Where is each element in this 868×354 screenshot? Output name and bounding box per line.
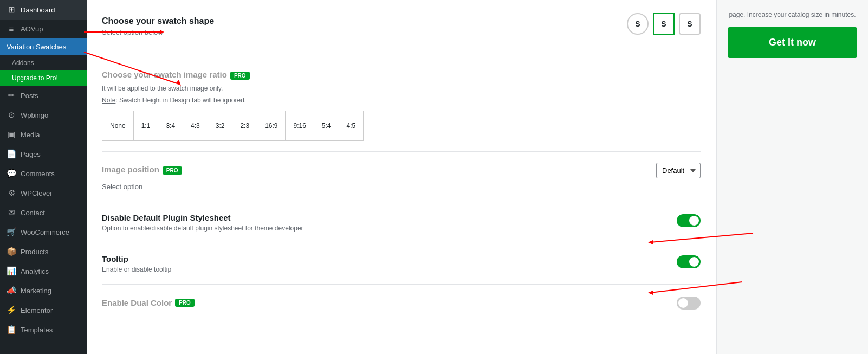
image-position-title: Image position — [102, 165, 159, 174]
settings-panel: Choose your swatch shape Select option b… — [87, 0, 716, 354]
enable-dual-color-title: Enable Dual Color — [102, 298, 172, 307]
sidebar-item-media[interactable]: ▣ Media — [0, 125, 87, 144]
swatch-ratio-title: Choose your swatch image ratio — [102, 70, 227, 79]
comments-icon: 💬 — [7, 169, 16, 178]
ratio-2-3-btn[interactable]: 2:3 — [232, 111, 257, 141]
marketing-icon: 📣 — [7, 286, 16, 295]
swatch-ratio-pro-badge: Pro — [230, 72, 250, 80]
ratio-5-4-btn[interactable]: 5:4 — [314, 111, 339, 141]
sidebar-item-addons[interactable]: Addons — [0, 55, 87, 70]
sidebar-item-variation-swatches[interactable]: Variation Swatches — [0, 38, 87, 55]
sidebar: ⊞ Dashboard ≡ AOVup Variation Swatches A… — [0, 0, 87, 354]
templates-icon: 📋 — [7, 325, 16, 334]
elementor-icon: ⚡ — [7, 305, 16, 315]
sidebar-item-pages[interactable]: 📄 Pages — [0, 144, 87, 164]
ratio-4-3-btn[interactable]: 4:3 — [183, 111, 208, 141]
disable-stylesheet-toggle[interactable] — [677, 214, 701, 227]
promo-text: page. Increase your catalog size in minu… — [729, 11, 856, 18]
ratio-3-4-btn[interactable]: 3:4 — [158, 111, 183, 141]
sidebar-item-aovup[interactable]: ≡ AOVup — [0, 20, 87, 38]
get-now-button[interactable]: Get It now — [728, 27, 857, 58]
divider-3 — [102, 202, 701, 202]
enable-dual-color-pro-badge: Pro — [175, 299, 195, 307]
sidebar-item-dashboard[interactable]: ⊞ Dashboard — [0, 0, 87, 20]
disable-stylesheet-row: Disable Default Plugin Stylesheet Option… — [102, 213, 701, 232]
divider-2 — [102, 151, 701, 152]
enable-dual-color-slider — [677, 297, 701, 310]
contact-icon: ✉ — [7, 208, 16, 217]
swatch-ratio-note: It will be applied to the swatch image o… — [102, 85, 701, 92]
swatch-shape-section: Choose your swatch shape Select option b… — [102, 13, 701, 48]
disable-stylesheet-slider — [677, 214, 701, 227]
ratio-none-btn[interactable]: None — [102, 111, 134, 141]
sidebar-item-posts[interactable]: ✏ Posts — [0, 86, 87, 105]
sidebar-item-elementor[interactable]: ⚡ Elementor — [0, 300, 87, 320]
aovup-icon: ≡ — [7, 24, 16, 34]
ratio-1-1-btn[interactable]: 1:1 — [133, 111, 159, 141]
image-position-subtitle: Select option — [102, 183, 701, 191]
ratio-3-2-btn[interactable]: 3:2 — [208, 111, 233, 141]
swatch-shape-title: Choose your swatch shape — [102, 16, 214, 26]
sidebar-item-marketing[interactable]: 📣 Marketing — [0, 281, 87, 300]
tooltip-toggle[interactable] — [677, 255, 701, 268]
media-icon: ▣ — [7, 130, 16, 139]
ratio-4-5-btn[interactable]: 4:5 — [339, 111, 364, 141]
sidebar-item-products[interactable]: 📦 Products — [0, 242, 87, 261]
divider-5 — [102, 284, 701, 285]
sidebar-item-woocommerce[interactable]: 🛒 WooCommerce — [0, 222, 87, 242]
disable-stylesheet-desc: Option to enable/disable default plugin … — [102, 224, 666, 232]
image-position-section: Image position Pro Default Select option — [102, 163, 701, 191]
sidebar-item-wpclever[interactable]: ⚙ WPClever — [0, 183, 87, 203]
ratio-16-9-btn[interactable]: 16:9 — [257, 111, 286, 141]
tooltip-title: Tooltip — [102, 254, 666, 263]
pages-icon: 📄 — [7, 149, 16, 159]
image-position-select[interactable]: Default — [656, 163, 701, 178]
analytics-icon: 📊 — [7, 266, 16, 276]
sidebar-item-wpbingo[interactable]: ⊙ Wpbingo — [0, 105, 87, 125]
sidebar-item-analytics[interactable]: 📊 Analytics — [0, 261, 87, 281]
tooltip-section: Tooltip Enable or disable tooltip — [102, 254, 701, 273]
tooltip-row: Tooltip Enable or disable tooltip — [102, 254, 701, 273]
sidebar-item-upgrade[interactable]: Upgrade to Pro! — [0, 70, 87, 86]
swatch-circle-btn[interactable]: S — [627, 13, 649, 35]
divider-4 — [102, 243, 701, 243]
swatch-shape-buttons: S S S — [627, 13, 701, 35]
swatch-shape-subtitle: Select option below — [102, 28, 214, 36]
image-position-pro-badge: Pro — [163, 166, 182, 175]
dashboard-icon: ⊞ — [7, 5, 16, 15]
ratio-9-16-btn[interactable]: 9:16 — [285, 111, 314, 141]
disable-stylesheet-title: Disable Default Plugin Stylesheet — [102, 213, 666, 222]
divider-1 — [102, 59, 701, 59]
enable-dual-color-toggle[interactable] — [677, 297, 701, 310]
disable-stylesheet-labels: Disable Default Plugin Stylesheet Option… — [102, 213, 666, 232]
swatch-rounded-btn[interactable]: S — [679, 13, 701, 35]
sidebar-item-contact[interactable]: ✉ Contact — [0, 203, 87, 222]
promo-panel: page. Increase your catalog size in minu… — [716, 0, 868, 354]
swatch-image-ratio-section: Choose your swatch image ratio Pro It wi… — [102, 70, 701, 140]
main-content: Choose your swatch shape Select option b… — [87, 0, 868, 354]
wpclever-icon: ⚙ — [7, 188, 16, 198]
ratio-buttons-group: None 1:1 3:4 4:3 3:2 2:3 16:9 9:16 5:4 4… — [102, 111, 701, 140]
tooltip-desc: Enable or disable tooltip — [102, 266, 666, 273]
sidebar-item-comments[interactable]: 💬 Comments — [0, 164, 87, 183]
tooltip-slider — [677, 255, 701, 268]
swatch-square-btn[interactable]: S — [653, 13, 675, 35]
sidebar-item-templates[interactable]: 📋 Templates — [0, 320, 87, 339]
disable-stylesheet-section: Disable Default Plugin Stylesheet Option… — [102, 213, 701, 232]
wpbingo-icon: ⊙ — [7, 110, 16, 120]
tooltip-labels: Tooltip Enable or disable tooltip — [102, 254, 666, 273]
posts-icon: ✏ — [7, 91, 16, 100]
products-icon: 📦 — [7, 247, 16, 256]
woocommerce-icon: 🛒 — [7, 227, 16, 237]
enable-dual-color-section: Enable Dual Color Pro — [102, 295, 701, 310]
swatch-ratio-note2: Note: Swatch Height in Design tab will b… — [102, 96, 701, 104]
